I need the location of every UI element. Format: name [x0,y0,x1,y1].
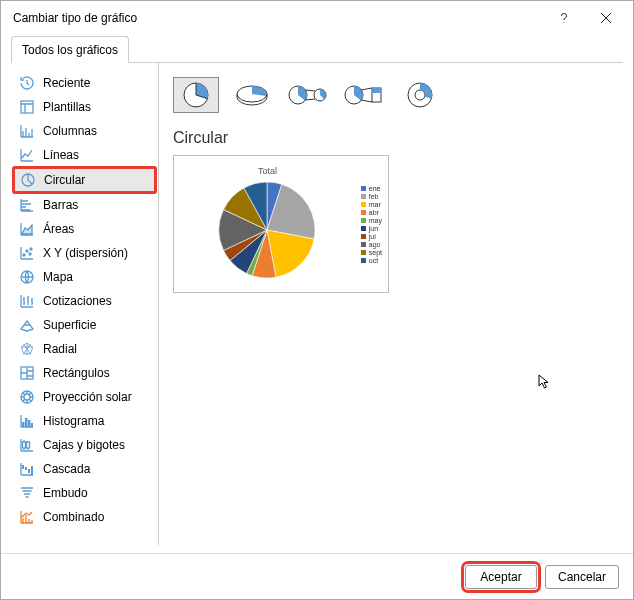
chart-subtype-row [173,73,609,125]
titlebar: Cambiar tipo de gráfico [1,1,633,35]
sidebar-item-map[interactable]: Mapa [13,265,156,289]
svg-rect-17 [25,467,27,470]
svg-rect-19 [31,466,33,475]
lines-icon [19,147,35,163]
chart-preview[interactable]: Total enefebmarabrmayjunjulagoseptoct [173,155,389,293]
sidebar-item-bars[interactable]: Barras [13,193,156,217]
legend-label: may [369,217,382,224]
sidebar-item-label: Reciente [43,76,90,90]
preview-chart-area: Total [180,166,355,282]
surface-icon [19,317,35,333]
sidebar-item-combo[interactable]: Combinado [13,505,156,529]
legend-label: feb [369,193,379,200]
sidebar-item-funnel[interactable]: Embudo [13,481,156,505]
legend-swatch [361,186,366,191]
legend-swatch [361,234,366,239]
legend-item: may [361,217,382,224]
legend-label: oct [369,257,378,264]
legend-swatch [361,242,366,247]
tab-all-charts[interactable]: Todos los gráficos [11,36,129,63]
sidebar-item-radar[interactable]: Radial [13,337,156,361]
boxwhisker-icon [19,437,35,453]
sidebar-item-surface[interactable]: Superficie [13,313,156,337]
sidebar-item-label: Cajas y bigotes [43,438,125,452]
sidebar-item-label: Superficie [43,318,96,332]
legend-item: sept [361,249,382,256]
stock-icon [19,293,35,309]
sidebar-item-label: Rectángulos [43,366,110,380]
legend-item: feb [361,193,382,200]
sidebar-item-label: Radial [43,342,77,356]
funnel-icon [19,485,35,501]
subtype-pie[interactable] [173,77,219,113]
accept-button[interactable]: Aceptar [465,565,537,589]
recent-icon [19,75,35,91]
sidebar-item-label: Barras [43,198,78,212]
sidebar-item-label: Proyección solar [43,390,132,404]
legend-swatch [361,258,366,263]
sidebar-item-label: X Y (dispersión) [43,246,128,260]
sidebar-item-label: Columnas [43,124,97,138]
sidebar-item-boxwhisker[interactable]: Cajas y bigotes [13,433,156,457]
window-title: Cambiar tipo de gráfico [13,11,137,25]
sidebar-item-label: Plantillas [43,100,91,114]
sidebar-item-areas[interactable]: Áreas [13,217,156,241]
content-area: Reciente Plantillas Columnas Líneas Circ… [11,62,623,545]
legend-item: ene [361,185,382,192]
sidebar-item-pie[interactable]: Circular [13,167,156,193]
svg-rect-10 [22,422,25,427]
sidebar-item-sunburst[interactable]: Proyección solar [13,385,156,409]
sidebar-item-label: Combinado [43,510,104,524]
subtype-doughnut[interactable] [397,77,443,113]
subtype-bar-of-pie[interactable] [341,77,387,113]
bars-icon [19,197,35,213]
legend-item: mar [361,201,382,208]
svg-rect-0 [21,101,33,113]
sidebar-item-histogram[interactable]: Histograma [13,409,156,433]
legend-label: ene [369,185,381,192]
sidebar-item-waterfall[interactable]: Cascada [13,457,156,481]
svg-rect-16 [22,465,24,469]
preview-title: Total [258,166,277,176]
chart-type-sidebar: Reciente Plantillas Columnas Líneas Circ… [11,63,159,545]
sidebar-item-templates[interactable]: Plantillas [13,95,156,119]
areas-icon [19,221,35,237]
waterfall-icon [19,461,35,477]
treemap-icon [19,365,35,381]
main-panel: Circular Total enefebmarabrmayjunjulagos… [159,63,623,545]
legend-item: oct [361,257,382,264]
subtype-pie-3d[interactable] [229,77,275,113]
cancel-button[interactable]: Cancelar [545,565,619,589]
sidebar-item-label: Mapa [43,270,73,284]
sidebar-item-columns[interactable]: Columnas [13,119,156,143]
svg-point-28 [415,90,425,100]
legend-swatch [361,226,366,231]
help-button[interactable] [543,4,585,32]
sidebar-item-treemap[interactable]: Rectángulos [13,361,156,385]
svg-point-4 [29,253,31,255]
histogram-icon [19,413,35,429]
sunburst-icon [19,389,35,405]
sidebar-item-lines[interactable]: Líneas [13,143,156,167]
tab-strip: Todos los gráficos [1,35,633,62]
svg-point-9 [24,394,30,400]
sidebar-item-recent[interactable]: Reciente [13,71,156,95]
tab-label: Todos los gráficos [22,43,118,57]
close-button[interactable] [585,4,627,32]
legend-label: ago [369,241,381,248]
sidebar-item-scatter[interactable]: X Y (dispersión) [13,241,156,265]
legend-label: jul [369,233,376,240]
radar-icon [19,341,35,357]
sidebar-item-label: Histograma [43,414,104,428]
legend-item: jun [361,225,382,232]
sidebar-item-label: Cascada [43,462,90,476]
legend-item: abr [361,209,382,216]
sidebar-item-stock[interactable]: Cotizaciones [13,289,156,313]
section-title: Circular [173,129,609,147]
sidebar-item-label: Circular [44,173,85,187]
combo-icon [19,509,35,525]
subtype-pie-of-pie[interactable] [285,77,331,113]
sidebar-item-label: Áreas [43,222,74,236]
legend-swatch [361,210,366,215]
svg-point-3 [26,250,28,252]
